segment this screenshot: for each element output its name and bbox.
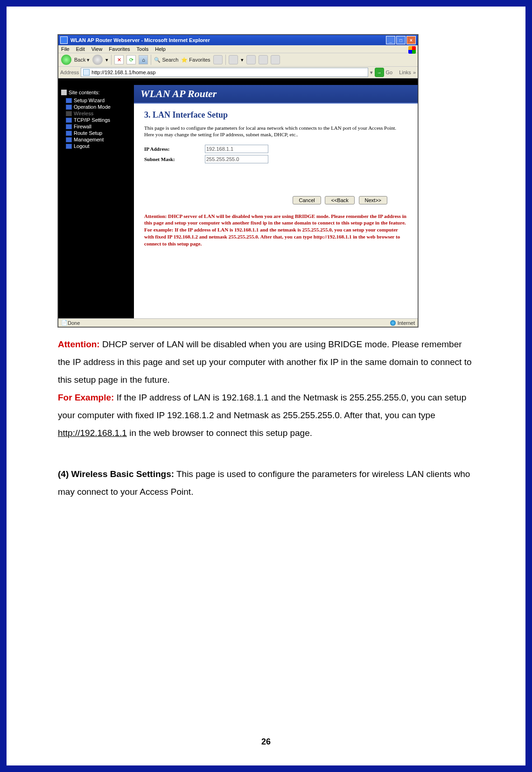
refresh-icon[interactable]: ⟳ [126,55,136,64]
close-button[interactable]: × [406,36,416,44]
status-bar: 📄 Done Internet [58,318,418,327]
window-title: WLAN AP Router Webserver - Microsoft Int… [70,37,210,43]
sidebar-item-logout[interactable]: Logout [61,143,131,149]
windows-logo-icon [408,46,416,54]
forward-icon[interactable] [92,55,103,65]
minimize-button[interactable]: _ [386,36,395,44]
sidebar-item-wireless[interactable]: Wireless [61,110,131,117]
url-text: http://192.168.1.1/home.asp [91,70,155,75]
sidebar-item-operation-mode[interactable]: Operation Mode [61,104,131,110]
history-icon[interactable] [213,55,223,64]
example-link[interactable]: http://192.168.1.1 [58,428,127,438]
discuss-icon[interactable] [271,55,280,64]
subnet-mask-input[interactable] [205,155,268,163]
folder-icon [66,137,72,142]
go-button[interactable]: → [375,68,384,77]
menu-tools[interactable]: Tools [137,46,149,52]
folder-icon [66,98,72,103]
menu-view[interactable]: View [91,46,103,52]
sidebar-item-management[interactable]: Management [61,136,131,143]
page-icon [83,69,90,76]
menu-file[interactable]: File [61,46,70,52]
document-text: Attention: DHCP server of LAN will be di… [58,336,474,501]
router-banner: WLAN AP Router [134,85,418,104]
example-label: For Example: [58,393,114,402]
home-icon[interactable]: ⌂ [139,55,148,64]
sidebar-item-route-setup[interactable]: Route Setup [61,130,131,136]
favorites-button[interactable]: ⭐Favorites [181,57,210,63]
mail-icon[interactable] [229,55,238,64]
attention-body: DHCP server of LAN will be disabled when… [58,339,472,385]
zone-label: Internet [398,320,415,326]
sidebar-item-tcpip[interactable]: TCP/IP Settings [61,117,131,123]
ip-address-input[interactable] [205,145,268,153]
attention-label: Attention: [58,339,100,349]
section4-label: (4) Wireless Basic Settings: [58,469,174,479]
go-label: Go [386,70,393,75]
computer-icon [61,90,67,95]
back-button[interactable]: <<Back [325,196,354,204]
edit-icon[interactable] [259,55,268,64]
folder-icon [66,118,72,123]
page-status-icon: 📄 [61,320,68,326]
internet-zone-icon [390,320,396,326]
subnet-mask-label: Subnet Mask: [144,156,205,162]
back-button[interactable]: Back ▾ [74,57,90,63]
status-text: Done [68,320,80,326]
address-bar: Address http://192.168.1.1/home.asp ▾ → … [58,67,418,78]
sidebar-item-firewall[interactable]: Firewall [61,123,131,130]
search-button[interactable]: 🔍Search [154,57,178,63]
menu-favorites[interactable]: Favorites [109,46,130,52]
page-description: This page is used to configure the param… [144,125,407,138]
sidebar-item-setup-wizard[interactable]: Setup Wizard [61,97,131,104]
next-button[interactable]: Next>> [359,196,387,204]
links-label[interactable]: Links [399,70,411,75]
folder-icon [66,111,72,116]
ie-window: WLAN AP Router Webserver - Microsoft Int… [58,35,418,327]
toolbar: Back ▾ ▾ ✕ ⟳ ⌂ 🔍Search ⭐Favorites ▾ [58,53,418,67]
menu-help[interactable]: Help [155,46,166,52]
sidebar: Site contents: Setup Wizard Operation Mo… [58,85,134,318]
folder-icon [66,131,72,136]
webpage-content: Site contents: Setup Wizard Operation Mo… [58,85,418,318]
example-body-1: If the IP address of LAN is 192.168.1.1 … [58,393,466,420]
folder-icon [66,105,72,110]
cancel-button[interactable]: Cancel [293,196,321,204]
folder-icon [66,144,72,149]
maximize-button[interactable]: □ [396,36,406,44]
ip-address-label: IP Address: [144,146,205,152]
attention-text: Attention: DHCP server of LAN will be di… [144,213,407,247]
address-label: Address [60,70,79,75]
menu-edit[interactable]: Edit [76,46,85,52]
stop-icon[interactable]: ✕ [114,55,124,64]
back-icon[interactable] [61,55,71,65]
page-number: 26 [7,737,525,747]
print-icon[interactable] [246,55,256,64]
url-input[interactable]: http://192.168.1.1/home.asp [81,68,368,77]
ie-icon [60,36,68,44]
menubar: File Edit View Favorites Tools Help [58,45,418,53]
folder-icon [66,124,72,129]
sidebar-header: Site contents: [69,90,100,95]
titlebar: WLAN AP Router Webserver - Microsoft Int… [58,35,418,45]
example-body-2: in the web browser to connect this setup… [127,428,312,438]
page-title: 3. LAN Interface Setup [144,110,407,120]
